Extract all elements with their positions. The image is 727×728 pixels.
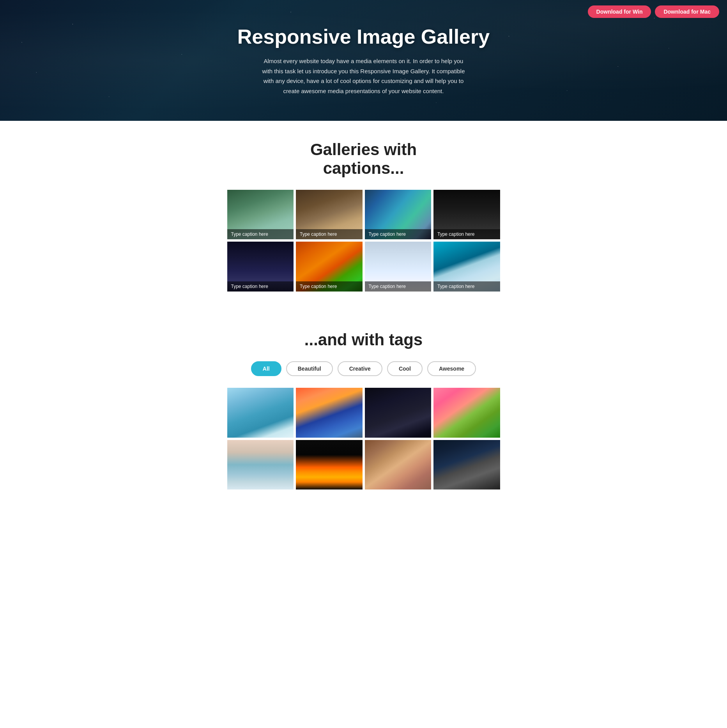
gallery-caption: Type caption here bbox=[365, 229, 432, 239]
gallery-caption: Type caption here bbox=[296, 281, 363, 292]
download-win-button[interactable]: Download for Win bbox=[588, 5, 651, 18]
tag-button-cool[interactable]: Cool bbox=[387, 361, 423, 376]
download-mac-button[interactable]: Download for Mac bbox=[655, 5, 719, 18]
hero-header: Download for Win Download for Mac Respon… bbox=[0, 0, 727, 121]
bottom-gallery-item[interactable] bbox=[227, 388, 294, 438]
gallery-item[interactable]: Type caption here bbox=[365, 190, 432, 240]
gallery-caption: Type caption here bbox=[433, 281, 500, 292]
bottom-gallery-item[interactable] bbox=[433, 388, 500, 438]
gallery-item[interactable]: Type caption here bbox=[433, 242, 500, 292]
gallery-caption: Type caption here bbox=[365, 281, 432, 292]
gallery-caption: Type caption here bbox=[433, 229, 500, 239]
bottom-gallery-item[interactable] bbox=[433, 440, 500, 490]
tag-button-beautiful[interactable]: Beautiful bbox=[286, 361, 333, 376]
gallery-caption: Type caption here bbox=[227, 281, 294, 292]
bottom-gallery-item[interactable] bbox=[365, 440, 432, 490]
tag-button-creative[interactable]: Creative bbox=[338, 361, 382, 376]
gallery-item[interactable]: Type caption here bbox=[433, 190, 500, 240]
captions-gallery-grid: Type caption hereType caption hereType c… bbox=[227, 190, 500, 292]
tag-button-awesome[interactable]: Awesome bbox=[427, 361, 476, 376]
gallery-caption: Type caption here bbox=[296, 229, 363, 239]
captions-section: Galleries withcaptions... Type caption h… bbox=[0, 121, 727, 311]
tags-section: ...and with tags AllBeautifulCreativeCoo… bbox=[0, 311, 727, 505]
bottom-gallery-item[interactable] bbox=[296, 388, 363, 438]
tag-button-all[interactable]: All bbox=[251, 361, 281, 376]
gallery-item[interactable]: Type caption here bbox=[296, 190, 363, 240]
top-buttons: Download for Win Download for Mac bbox=[588, 5, 719, 18]
gallery-item[interactable]: Type caption here bbox=[365, 242, 432, 292]
tags-title: ...and with tags bbox=[8, 330, 719, 349]
tags-filter-row: AllBeautifulCreativeCoolAwesome bbox=[8, 361, 719, 376]
hero-title: Responsive Image Gallery bbox=[237, 25, 490, 48]
gallery-caption: Type caption here bbox=[227, 229, 294, 239]
tags-gallery-grid bbox=[227, 388, 500, 490]
bottom-gallery-item[interactable] bbox=[296, 440, 363, 490]
gallery-item[interactable]: Type caption here bbox=[227, 242, 294, 292]
captions-title: Galleries withcaptions... bbox=[8, 140, 719, 178]
gallery-item[interactable]: Type caption here bbox=[227, 190, 294, 240]
bottom-gallery-item[interactable] bbox=[365, 388, 432, 438]
hero-description: Almost every website today have a media … bbox=[258, 56, 469, 96]
bottom-gallery-item[interactable] bbox=[227, 440, 294, 490]
gallery-item[interactable]: Type caption here bbox=[296, 242, 363, 292]
